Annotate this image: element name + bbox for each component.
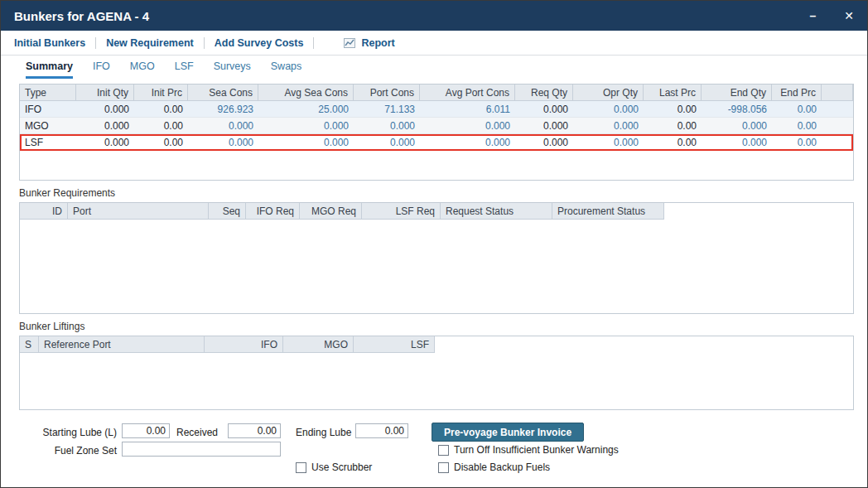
summary-col-filler — [822, 85, 853, 101]
summary-cell-link[interactable]: 0.000 — [188, 118, 258, 133]
summary-cell-link[interactable]: 0.000 — [573, 101, 644, 117]
initial-bunkers-button[interactable]: Initial Bunkers — [12, 37, 87, 49]
summary-col-port-cons: Port Cons — [354, 85, 420, 101]
fuel-zone-set-input[interactable] — [122, 442, 281, 457]
req-col-port: Port — [68, 203, 209, 220]
ending-lube-input[interactable] — [355, 423, 408, 438]
summary-cell-link[interactable]: 25.000 — [258, 101, 354, 117]
fuel-zone-set-label: Fuel Zone Set — [31, 443, 117, 458]
summary-header-row: Type Init Qty Init Prc Sea Cons Avg Sea … — [20, 85, 853, 101]
summary-cell-link[interactable]: 71.133 — [354, 101, 420, 117]
tab-swaps[interactable]: Swaps — [271, 60, 302, 79]
summary-cell-link[interactable]: 0.000 — [420, 118, 515, 133]
bunkers-dialog: Bunkers for AGENA - 4 – ✕ Initial Bunker… — [0, 0, 868, 488]
starting-lube-input[interactable] — [122, 423, 170, 438]
summary-cell: 0.000 — [76, 118, 134, 133]
summary-col-avg-sea-cons: Avg Sea Cons — [258, 85, 354, 101]
starting-lube-label: Starting Lube (L) — [31, 425, 117, 440]
summary-cell-link[interactable]: 0.000 — [420, 134, 515, 150]
summary-cell-link[interactable]: 926.923 — [188, 101, 258, 117]
report-button[interactable]: Report — [344, 37, 396, 49]
summary-cell: MGO — [20, 118, 76, 133]
req-col-seq: Seq — [209, 203, 246, 220]
checkbox-icon[interactable] — [296, 462, 306, 473]
summary-cell: 0.000 — [515, 134, 573, 150]
summary-cell-link[interactable]: -998.056 — [702, 101, 772, 117]
bunker-requirements-table: ID Port Seq IFO Req MGO Req LSF Req Requ… — [19, 202, 854, 314]
summary-row-mgo[interactable]: MGO 0.000 0.00 0.000 0.000 0.000 0.000 0… — [20, 118, 853, 134]
summary-cell-link[interactable]: 0.00 — [772, 118, 822, 133]
summary-cell: 0.000 — [515, 118, 573, 133]
summary-cell-link[interactable]: 0.000 — [188, 134, 258, 150]
minimize-icon[interactable]: – — [809, 10, 816, 22]
req-col-mgo-req: MGO Req — [300, 203, 362, 220]
requirements-header-row: ID Port Seq IFO Req MGO Req LSF Req Requ… — [20, 203, 853, 220]
summary-cell-link[interactable]: 0.000 — [258, 134, 354, 150]
summary-cell-link[interactable]: 0.000 — [258, 118, 354, 133]
tab-surveys[interactable]: Surveys — [214, 60, 251, 79]
summary-cell-link[interactable]: 0.000 — [702, 118, 772, 133]
use-scrubber-label: Use Scrubber — [311, 461, 372, 474]
pre-voyage-bunker-invoice-button[interactable]: Pre-voyage Bunker Invoice — [432, 423, 584, 442]
bunker-liftings-table: S Reference Port IFO MGO LSF — [19, 336, 854, 410]
ending-lube-label: Ending Lube — [296, 425, 351, 440]
summary-cell: 0.00 — [644, 101, 702, 117]
use-scrubber-checkbox[interactable]: Use Scrubber — [296, 461, 372, 474]
lift-col-lsf: LSF — [354, 336, 435, 353]
summary-col-last-prc: Last Prc — [644, 85, 702, 101]
tab-summary[interactable]: Summary — [26, 60, 73, 79]
req-col-ifo-req: IFO Req — [246, 203, 300, 220]
req-col-lsf-req: LSF Req — [362, 203, 441, 220]
summary-col-opr-qty: Opr Qty — [573, 85, 644, 101]
lift-col-ifo: IFO — [205, 336, 283, 353]
summary-cell-link[interactable]: 0.000 — [354, 118, 420, 133]
checkbox-icon[interactable] — [438, 445, 449, 456]
summary-cell-link[interactable]: 6.011 — [420, 101, 515, 117]
lift-col-s: S — [20, 336, 39, 353]
toolbar-divider — [204, 37, 205, 49]
summary-row-ifo[interactable]: IFO 0.000 0.00 926.923 25.000 71.133 6.0… — [20, 101, 853, 118]
summary-cell: 0.000 — [76, 101, 134, 117]
req-col-procurement-status: Procurement Status — [552, 203, 664, 220]
tab-mgo[interactable]: MGO — [130, 60, 155, 79]
bunker-requirements-title: Bunker Requirements — [19, 187, 867, 200]
window-controls: – ✕ — [809, 10, 854, 22]
report-label: Report — [359, 37, 396, 49]
summary-cell-link[interactable]: 0.000 — [573, 118, 644, 133]
tab-bar: Summary IFO MGO LSF Surveys Swaps — [1, 56, 867, 79]
tab-lsf[interactable]: LSF — [175, 60, 194, 79]
lift-col-mgo: MGO — [283, 336, 354, 353]
summary-cell-link[interactable]: 0.000 — [702, 134, 772, 150]
summary-cell: 0.000 — [76, 134, 134, 150]
disable-backup-fuels-checkbox[interactable]: Disable Backup Fuels — [438, 461, 550, 474]
summary-col-init-qty: Init Qty — [76, 85, 134, 101]
summary-col-end-qty: End Qty — [702, 85, 772, 101]
summary-cell: 0.00 — [644, 118, 702, 133]
close-icon[interactable]: ✕ — [844, 10, 854, 22]
checkbox-icon[interactable] — [438, 462, 449, 473]
summary-col-type: Type — [20, 85, 76, 101]
toolbar-divider — [95, 37, 96, 49]
summary-cell: 0.000 — [515, 101, 573, 117]
add-survey-costs-button[interactable]: Add Survey Costs — [213, 37, 306, 49]
req-col-id: ID — [20, 203, 68, 220]
new-requirement-button[interactable]: New Requirement — [104, 37, 195, 49]
summary-cell-link[interactable]: 0.000 — [354, 134, 420, 150]
report-chart-icon — [344, 38, 355, 48]
bunker-liftings-title: Bunker Liftings — [19, 321, 867, 333]
summary-row-lsf[interactable]: LSF 0.000 0.00 0.000 0.000 0.000 0.000 0… — [20, 134, 853, 151]
summary-cell-link[interactable]: 0.00 — [772, 101, 822, 117]
summary-cell-link[interactable]: 0.00 — [772, 134, 822, 150]
summary-cell: 0.00 — [134, 118, 188, 133]
toolbar-divider — [313, 37, 314, 49]
summary-cell-link[interactable]: 0.000 — [573, 134, 644, 150]
summary-cell: 0.00 — [134, 101, 188, 117]
turn-off-warnings-checkbox[interactable]: Turn Off Insufficient Bunker Warnings — [438, 444, 619, 457]
summary-cell: 0.00 — [644, 134, 702, 150]
titlebar[interactable]: Bunkers for AGENA - 4 – ✕ — [1, 1, 867, 31]
toolbar: Initial Bunkers New Requirement Add Surv… — [1, 31, 867, 56]
tab-ifo[interactable]: IFO — [93, 60, 110, 79]
received-input[interactable] — [228, 423, 281, 438]
summary-table: Type Init Qty Init Prc Sea Cons Avg Sea … — [19, 84, 854, 181]
summary-col-req-qty: Req Qty — [515, 85, 573, 101]
